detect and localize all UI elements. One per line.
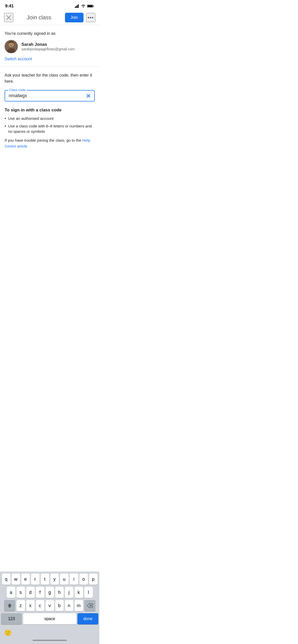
- signed-in-section: You're currently signed in as: [5, 31, 95, 66]
- svg-point-13: [9, 42, 13, 47]
- close-button[interactable]: [4, 13, 13, 22]
- sign-in-title: To sign in with a class code: [5, 108, 95, 113]
- status-icons: [75, 4, 94, 8]
- svg-rect-3: [78, 4, 79, 8]
- more-icon: •••: [88, 15, 94, 21]
- avatar: [5, 40, 18, 53]
- clear-input-button[interactable]: [86, 93, 91, 99]
- user-row: Sarah Jonas sarahjonaspageflows@gmail.co…: [5, 40, 95, 53]
- page-title: Join class: [27, 14, 51, 21]
- svg-point-14: [10, 44, 11, 45]
- avatar-image: [5, 40, 18, 53]
- nav-actions: Join •••: [65, 13, 95, 22]
- user-email: sarahjonaspageflows@gmail.com: [21, 47, 75, 51]
- svg-rect-0: [75, 7, 76, 8]
- clear-icon: [86, 93, 91, 99]
- main-content: You're currently signed in as: [0, 25, 99, 149]
- list-item: Use a class code with 6–8 letters or num…: [5, 123, 95, 134]
- svg-rect-1: [76, 6, 77, 8]
- signal-icon: [75, 4, 79, 8]
- more-button[interactable]: •••: [86, 13, 95, 22]
- list-item: Use an authorised account: [5, 116, 95, 121]
- help-text: If you have trouble joining the class, g…: [5, 138, 95, 149]
- svg-rect-2: [77, 5, 78, 8]
- section-divider: [0, 66, 99, 67]
- user-info: Sarah Jonas sarahjonaspageflows@gmail.co…: [21, 42, 75, 51]
- svg-point-15: [12, 44, 13, 45]
- svg-rect-7: [88, 5, 93, 7]
- user-name: Sarah Jonas: [21, 42, 75, 47]
- status-bar: 9:41: [0, 0, 99, 10]
- wifi-icon: [81, 4, 86, 8]
- sign-in-info: To sign in with a class code Use an auth…: [5, 108, 95, 149]
- instructions-text: Ask your teacher for the class code, the…: [5, 72, 95, 84]
- class-code-input[interactable]: [9, 93, 83, 98]
- top-nav: Join class Join •••: [0, 10, 99, 25]
- requirements-list: Use an authorised account Use a class co…: [5, 116, 95, 134]
- join-button[interactable]: Join: [65, 13, 84, 22]
- switch-account-link[interactable]: Switch account: [5, 57, 32, 61]
- battery-icon: [87, 4, 94, 8]
- signed-in-label: You're currently signed in as: [5, 31, 95, 36]
- help-prefix: If you have trouble joining the class, g…: [5, 138, 82, 142]
- close-icon: [6, 15, 11, 20]
- svg-rect-6: [93, 6, 94, 7]
- class-code-field: Class code: [5, 90, 95, 101]
- svg-point-4: [83, 7, 84, 8]
- class-code-label: Class code: [8, 88, 26, 92]
- status-time: 9:41: [5, 4, 14, 9]
